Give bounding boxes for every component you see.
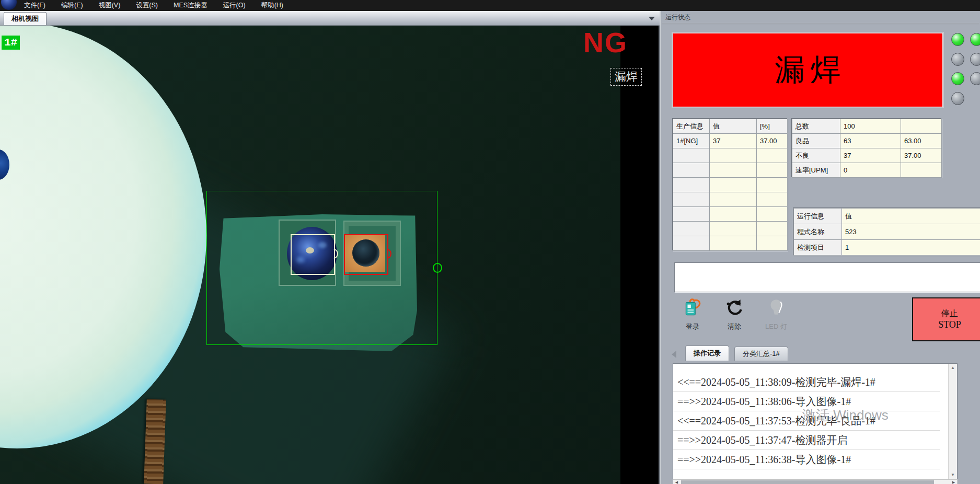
row-label: 不良 xyxy=(792,148,840,163)
login-badge-icon xyxy=(683,298,702,318)
cell-value: 100 xyxy=(840,119,901,134)
cell-percent xyxy=(757,148,788,163)
led-light-button[interactable]: LED 灯 xyxy=(760,298,792,331)
log-entry: <<==2024-05-05_11:37:53-检测完毕-良品-1# xyxy=(673,411,940,431)
table-row xyxy=(673,163,788,178)
cell-value xyxy=(710,148,757,163)
cell-value xyxy=(710,163,757,178)
cell-value: 63 xyxy=(840,134,901,148)
image-letterbox xyxy=(620,25,660,484)
led-indicator xyxy=(970,53,980,66)
log-entry: ==>>2024-05-05_11:38:06-导入图像-1# xyxy=(673,392,940,411)
menu-bar: 文件(F) 编辑(E) 视图(V) 设置(S) MES连接器 运行(O) 帮助(… xyxy=(0,0,980,11)
table-row xyxy=(673,192,788,207)
production-table: 生产信息 值 [%] 1#[NG] 37 37.00 xyxy=(673,119,788,251)
row-label: 总数 xyxy=(792,119,840,134)
cell-percent xyxy=(901,119,942,134)
row-label: 程式名称 xyxy=(794,224,842,240)
cell-value xyxy=(710,192,757,207)
cell-percent xyxy=(757,163,788,178)
cell-value: 0 xyxy=(840,163,901,178)
clear-refresh-icon xyxy=(724,298,744,318)
result-ng-text: NG xyxy=(583,26,628,59)
tab-camera-view[interactable]: 相机视图 xyxy=(4,12,47,25)
stop-label-cn: 停止 xyxy=(941,308,958,319)
table-row: 不良 37 37.00 xyxy=(792,148,942,163)
clear-button[interactable]: 清除 xyxy=(719,298,750,331)
log-entry: ==>>2024-05-05_11:36:38-导入图像-1# xyxy=(673,450,940,469)
led-indicator xyxy=(951,92,964,105)
tab-operation-log[interactable]: 操作记录 xyxy=(685,345,729,361)
cell-value xyxy=(710,222,757,236)
row-label xyxy=(673,192,710,207)
panel-splitter[interactable] xyxy=(659,11,661,484)
chevron-down-icon[interactable] xyxy=(649,17,655,20)
table-row xyxy=(673,207,788,222)
cell-percent xyxy=(901,163,942,178)
led-indicator xyxy=(970,72,980,85)
cell-percent xyxy=(757,178,788,192)
row-label: 良品 xyxy=(792,134,840,148)
menu-help[interactable]: 帮助(H) xyxy=(261,1,283,10)
cell-value xyxy=(710,207,757,222)
row-label xyxy=(673,148,710,163)
scroll-up-icon[interactable]: ▲ xyxy=(949,364,957,372)
stats-table: 总数 100 良品 63 63.00 不良 37 37.00 速率[UPM] 0 xyxy=(792,119,942,178)
message-box xyxy=(674,262,980,292)
tab-scroll-left-icon[interactable] xyxy=(672,351,676,358)
cell-percent: 37.00 xyxy=(757,134,788,148)
row-label xyxy=(673,178,710,192)
cell-value: 37 xyxy=(840,148,901,163)
cell-percent xyxy=(757,207,788,222)
row-label xyxy=(673,207,710,222)
table-row: 1#[NG] 37 37.00 xyxy=(673,134,788,148)
scroll-right-icon[interactable]: ▶ xyxy=(950,480,957,484)
table-row: 程式名称 523 xyxy=(794,224,980,240)
table-row xyxy=(673,236,788,251)
operation-log-list: <<==2024-05-05_11:38:09-检测完毕-漏焊-1# ==>>2… xyxy=(673,363,958,479)
stop-button[interactable]: 停止 STOP xyxy=(912,297,980,341)
menu-view[interactable]: 视图(V) xyxy=(99,1,121,10)
table-row xyxy=(673,178,788,192)
carrier-tape-strip xyxy=(144,399,166,484)
status-banner-text: 漏焊 xyxy=(770,50,846,90)
led-bulb-icon xyxy=(766,298,786,318)
camera-index-badge: 1# xyxy=(2,36,20,50)
led-indicator xyxy=(951,53,964,66)
row-label: 1#[NG] xyxy=(673,134,710,148)
column-header: [%] xyxy=(757,119,788,134)
scrollbar-thumb[interactable] xyxy=(681,480,934,484)
log-entry: ==>>2024-05-05_11:37:47-检测器开启 xyxy=(673,431,940,450)
cell-value xyxy=(710,178,757,192)
led-indicator xyxy=(970,33,980,46)
column-header: 值 xyxy=(842,209,980,224)
table-row xyxy=(673,222,788,236)
row-label xyxy=(673,236,710,251)
row-label xyxy=(673,222,710,236)
horizontal-scrollbar[interactable]: ◀ ▶ xyxy=(673,479,958,484)
menu-settings[interactable]: 设置(S) xyxy=(136,1,158,10)
scroll-left-icon[interactable]: ◀ xyxy=(673,480,680,484)
menu-file[interactable]: 文件(F) xyxy=(24,1,45,10)
login-button[interactable]: 登录 xyxy=(677,298,708,331)
table-row: 速率[UPM] 0 xyxy=(792,163,942,178)
menu-mes-connector[interactable]: MES连接器 xyxy=(174,1,207,10)
menu-edit[interactable]: 编辑(E) xyxy=(61,1,83,10)
roi-rectangle xyxy=(206,191,437,345)
clear-label: 清除 xyxy=(719,322,750,331)
camera-view: 1# NG 漏焊 xyxy=(0,25,660,484)
defect-label: 漏焊 xyxy=(610,68,642,86)
table-row: 总数 100 xyxy=(792,119,942,134)
table-row xyxy=(673,148,788,163)
roi-notch xyxy=(433,263,442,273)
login-label: 登录 xyxy=(677,322,708,331)
led-indicator xyxy=(951,33,964,46)
menu-run[interactable]: 运行(O) xyxy=(223,1,246,10)
vertical-scrollbar[interactable]: ▲ ▼ xyxy=(948,364,957,479)
cell-value: 1 xyxy=(842,240,980,256)
led-indicator xyxy=(951,72,964,85)
log-entry: <<==2024-05-05_11:38:09-检测完毕-漏焊-1# xyxy=(673,373,940,392)
tab-class-summary[interactable]: 分类汇总-1# xyxy=(734,347,788,361)
scroll-down-icon[interactable]: ▼ xyxy=(949,471,957,479)
cell-percent xyxy=(757,236,788,251)
